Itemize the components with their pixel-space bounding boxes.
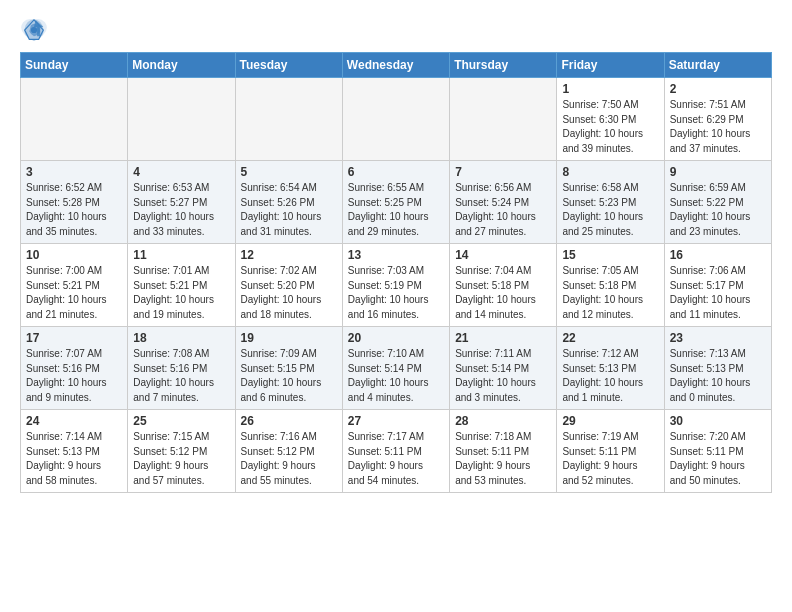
calendar-cell: 5Sunrise: 6:54 AM Sunset: 5:26 PM Daylig… [235,161,342,244]
day-number: 5 [241,165,337,179]
day-info: Sunrise: 7:17 AM Sunset: 5:11 PM Dayligh… [348,430,444,488]
day-number: 15 [562,248,658,262]
day-info: Sunrise: 7:19 AM Sunset: 5:11 PM Dayligh… [562,430,658,488]
weekday-header-saturday: Saturday [664,53,771,78]
day-info: Sunrise: 7:14 AM Sunset: 5:13 PM Dayligh… [26,430,122,488]
day-info: Sunrise: 6:53 AM Sunset: 5:27 PM Dayligh… [133,181,229,239]
weekday-header-monday: Monday [128,53,235,78]
header [20,16,772,44]
day-info: Sunrise: 7:07 AM Sunset: 5:16 PM Dayligh… [26,347,122,405]
weekday-header-wednesday: Wednesday [342,53,449,78]
day-number: 2 [670,82,766,96]
day-info: Sunrise: 6:54 AM Sunset: 5:26 PM Dayligh… [241,181,337,239]
calendar-cell: 25Sunrise: 7:15 AM Sunset: 5:12 PM Dayli… [128,410,235,493]
calendar-cell: 23Sunrise: 7:13 AM Sunset: 5:13 PM Dayli… [664,327,771,410]
logo [20,16,52,44]
week-row-1: 1Sunrise: 7:50 AM Sunset: 6:30 PM Daylig… [21,78,772,161]
day-number: 11 [133,248,229,262]
weekday-header-sunday: Sunday [21,53,128,78]
day-number: 20 [348,331,444,345]
day-info: Sunrise: 7:51 AM Sunset: 6:29 PM Dayligh… [670,98,766,156]
weekday-header-tuesday: Tuesday [235,53,342,78]
day-number: 27 [348,414,444,428]
day-number: 25 [133,414,229,428]
calendar-cell: 15Sunrise: 7:05 AM Sunset: 5:18 PM Dayli… [557,244,664,327]
day-info: Sunrise: 7:18 AM Sunset: 5:11 PM Dayligh… [455,430,551,488]
day-number: 3 [26,165,122,179]
calendar-cell: 12Sunrise: 7:02 AM Sunset: 5:20 PM Dayli… [235,244,342,327]
calendar-cell: 29Sunrise: 7:19 AM Sunset: 5:11 PM Dayli… [557,410,664,493]
calendar-cell: 24Sunrise: 7:14 AM Sunset: 5:13 PM Dayli… [21,410,128,493]
calendar-cell: 9Sunrise: 6:59 AM Sunset: 5:22 PM Daylig… [664,161,771,244]
day-info: Sunrise: 6:58 AM Sunset: 5:23 PM Dayligh… [562,181,658,239]
day-number: 26 [241,414,337,428]
day-info: Sunrise: 7:03 AM Sunset: 5:19 PM Dayligh… [348,264,444,322]
week-row-3: 10Sunrise: 7:00 AM Sunset: 5:21 PM Dayli… [21,244,772,327]
day-number: 7 [455,165,551,179]
day-number: 28 [455,414,551,428]
calendar-cell: 26Sunrise: 7:16 AM Sunset: 5:12 PM Dayli… [235,410,342,493]
day-number: 16 [670,248,766,262]
day-info: Sunrise: 7:08 AM Sunset: 5:16 PM Dayligh… [133,347,229,405]
day-number: 19 [241,331,337,345]
calendar-cell: 8Sunrise: 6:58 AM Sunset: 5:23 PM Daylig… [557,161,664,244]
week-row-4: 17Sunrise: 7:07 AM Sunset: 5:16 PM Dayli… [21,327,772,410]
day-info: Sunrise: 7:10 AM Sunset: 5:14 PM Dayligh… [348,347,444,405]
svg-point-2 [31,27,37,33]
calendar-cell: 22Sunrise: 7:12 AM Sunset: 5:13 PM Dayli… [557,327,664,410]
calendar-cell: 13Sunrise: 7:03 AM Sunset: 5:19 PM Dayli… [342,244,449,327]
calendar-cell [235,78,342,161]
day-number: 21 [455,331,551,345]
calendar-cell: 4Sunrise: 6:53 AM Sunset: 5:27 PM Daylig… [128,161,235,244]
calendar-cell: 20Sunrise: 7:10 AM Sunset: 5:14 PM Dayli… [342,327,449,410]
day-info: Sunrise: 7:13 AM Sunset: 5:13 PM Dayligh… [670,347,766,405]
weekday-header-friday: Friday [557,53,664,78]
day-number: 29 [562,414,658,428]
day-info: Sunrise: 6:56 AM Sunset: 5:24 PM Dayligh… [455,181,551,239]
calendar-cell: 3Sunrise: 6:52 AM Sunset: 5:28 PM Daylig… [21,161,128,244]
calendar-cell: 30Sunrise: 7:20 AM Sunset: 5:11 PM Dayli… [664,410,771,493]
day-number: 18 [133,331,229,345]
day-info: Sunrise: 7:12 AM Sunset: 5:13 PM Dayligh… [562,347,658,405]
day-info: Sunrise: 7:16 AM Sunset: 5:12 PM Dayligh… [241,430,337,488]
week-row-2: 3Sunrise: 6:52 AM Sunset: 5:28 PM Daylig… [21,161,772,244]
day-info: Sunrise: 7:09 AM Sunset: 5:15 PM Dayligh… [241,347,337,405]
calendar-cell [342,78,449,161]
day-number: 12 [241,248,337,262]
day-number: 24 [26,414,122,428]
day-info: Sunrise: 6:59 AM Sunset: 5:22 PM Dayligh… [670,181,766,239]
day-info: Sunrise: 7:50 AM Sunset: 6:30 PM Dayligh… [562,98,658,156]
day-info: Sunrise: 6:52 AM Sunset: 5:28 PM Dayligh… [26,181,122,239]
calendar-cell: 16Sunrise: 7:06 AM Sunset: 5:17 PM Dayli… [664,244,771,327]
calendar-cell [21,78,128,161]
calendar-cell: 1Sunrise: 7:50 AM Sunset: 6:30 PM Daylig… [557,78,664,161]
day-number: 13 [348,248,444,262]
day-number: 22 [562,331,658,345]
calendar-cell: 2Sunrise: 7:51 AM Sunset: 6:29 PM Daylig… [664,78,771,161]
weekday-header-row: SundayMondayTuesdayWednesdayThursdayFrid… [21,53,772,78]
day-info: Sunrise: 7:11 AM Sunset: 5:14 PM Dayligh… [455,347,551,405]
day-number: 30 [670,414,766,428]
day-number: 8 [562,165,658,179]
page: SundayMondayTuesdayWednesdayThursdayFrid… [0,0,792,503]
calendar-cell: 27Sunrise: 7:17 AM Sunset: 5:11 PM Dayli… [342,410,449,493]
day-info: Sunrise: 7:01 AM Sunset: 5:21 PM Dayligh… [133,264,229,322]
calendar-cell: 17Sunrise: 7:07 AM Sunset: 5:16 PM Dayli… [21,327,128,410]
weekday-header-thursday: Thursday [450,53,557,78]
day-info: Sunrise: 7:05 AM Sunset: 5:18 PM Dayligh… [562,264,658,322]
week-row-5: 24Sunrise: 7:14 AM Sunset: 5:13 PM Dayli… [21,410,772,493]
calendar-cell: 6Sunrise: 6:55 AM Sunset: 5:25 PM Daylig… [342,161,449,244]
calendar-cell [450,78,557,161]
day-info: Sunrise: 7:04 AM Sunset: 5:18 PM Dayligh… [455,264,551,322]
day-info: Sunrise: 7:06 AM Sunset: 5:17 PM Dayligh… [670,264,766,322]
day-info: Sunrise: 6:55 AM Sunset: 5:25 PM Dayligh… [348,181,444,239]
calendar-cell: 10Sunrise: 7:00 AM Sunset: 5:21 PM Dayli… [21,244,128,327]
day-number: 9 [670,165,766,179]
day-info: Sunrise: 7:15 AM Sunset: 5:12 PM Dayligh… [133,430,229,488]
day-number: 10 [26,248,122,262]
calendar-cell: 19Sunrise: 7:09 AM Sunset: 5:15 PM Dayli… [235,327,342,410]
calendar-cell: 7Sunrise: 6:56 AM Sunset: 5:24 PM Daylig… [450,161,557,244]
calendar-cell: 18Sunrise: 7:08 AM Sunset: 5:16 PM Dayli… [128,327,235,410]
day-number: 14 [455,248,551,262]
day-info: Sunrise: 7:20 AM Sunset: 5:11 PM Dayligh… [670,430,766,488]
